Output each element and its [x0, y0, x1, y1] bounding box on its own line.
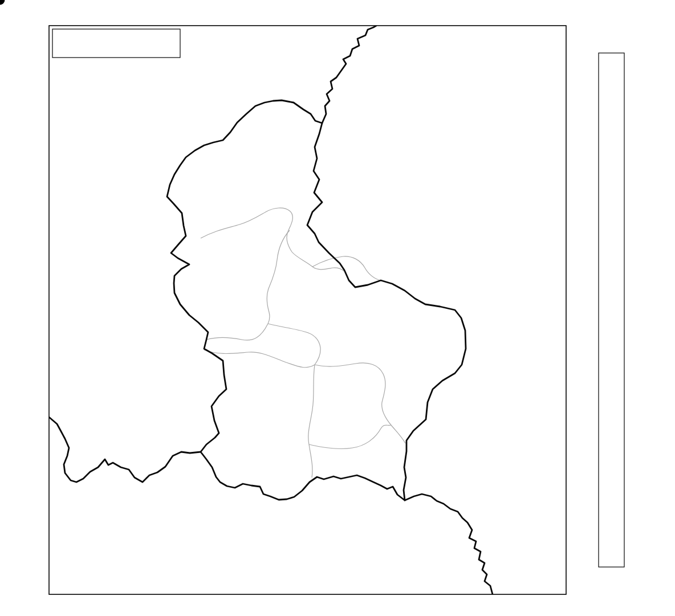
country-borders [49, 26, 493, 594]
luxembourg-border [167, 100, 466, 500]
canton-boundary [315, 363, 405, 443]
france-germany-border [405, 494, 493, 594]
belgium-france-border [49, 417, 201, 482]
radar-map-app [0, 0, 675, 616]
canton-boundary [308, 365, 315, 478]
belgium-germany-border [322, 26, 376, 123]
map-frame [49, 26, 566, 594]
canton-boundary [206, 324, 268, 340]
radar-site [0, 0, 5, 5]
colorbar-frame [599, 53, 624, 567]
canton-boundary [309, 425, 391, 449]
canton-boundaries [201, 208, 405, 478]
radar-map-canvas [0, 0, 675, 616]
product-info-box [52, 29, 180, 58]
canton-boundary [267, 230, 290, 324]
radar-site-dot [0, 0, 5, 5]
